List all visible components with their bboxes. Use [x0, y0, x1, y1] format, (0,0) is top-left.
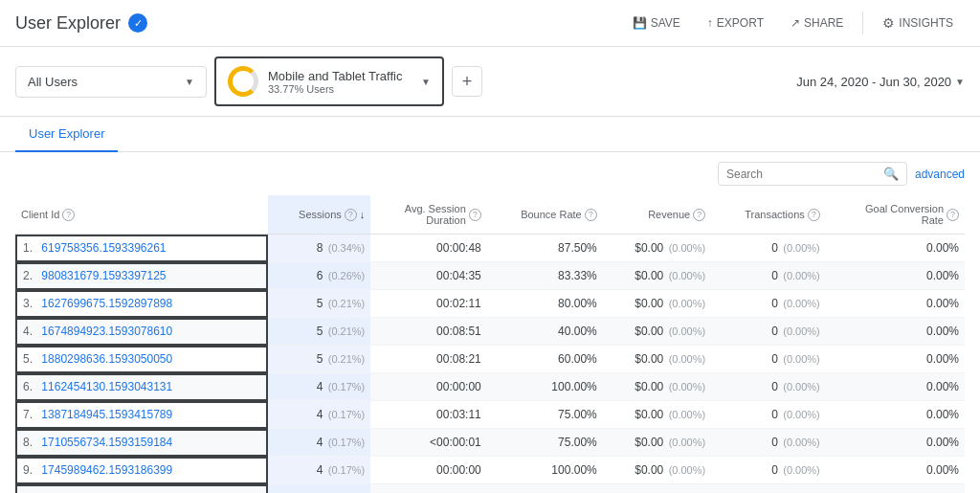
cell-goal-conversion: 0.00% — [826, 346, 965, 373]
trans-pct: (0.00%) — [783, 437, 820, 448]
cell-avg-session: 00:00:00 — [370, 484, 487, 494]
save-button[interactable]: 💾 SAVE — [621, 11, 692, 35]
sessions-pct: (0.17%) — [328, 437, 366, 448]
search-input[interactable] — [726, 168, 880, 181]
revenue-pct: (0.00%) — [669, 464, 706, 476]
col-label-goal-conversion: Goal ConversionRate — [865, 203, 944, 226]
trans-pct: (0.00%) — [783, 409, 820, 420]
trans-pct: (0.00%) — [783, 325, 820, 337]
date-range-picker[interactable]: Jun 24, 2020 - Jun 30, 2020 ▼ — [796, 75, 965, 89]
col-header-client-id: Client Id ? — [15, 195, 268, 235]
export-icon: ↑ — [707, 16, 713, 30]
trans-pct: (0.00%) — [783, 242, 820, 254]
cell-transactions: 0 (0.00%) — [711, 346, 826, 373]
segment-subtitle: 33.77% Users — [268, 83, 402, 95]
client-id-link[interactable]: 619758356.1593396261 — [41, 241, 166, 255]
client-id-link[interactable]: 1880298636.1593050050 — [41, 352, 172, 366]
cell-revenue: $0.00 (0.00%) — [603, 235, 711, 262]
client-id-link[interactable]: 1627699675.1592897898 — [41, 297, 172, 310]
client-id-link[interactable]: 980831679.1593397125 — [41, 269, 166, 282]
help-icon-avg-session[interactable]: ? — [469, 209, 481, 221]
col-header-transactions: Transactions ? — [711, 195, 826, 235]
cell-transactions: 0 (0.00%) — [711, 262, 826, 290]
advanced-link[interactable]: advanced — [915, 168, 965, 181]
add-segment-button[interactable]: + — [452, 66, 482, 97]
data-table: Client Id ? Sessions ? ↓ Avg. SessionDur… — [15, 195, 965, 493]
cell-goal-conversion: 0.00% — [826, 401, 965, 429]
row-number: 1. — [23, 241, 33, 255]
help-icon-sessions[interactable]: ? — [345, 209, 357, 221]
table-body: 1. 619758356.1593396261 8 (0.34%) 00:00:… — [15, 235, 965, 494]
client-id-link[interactable]: 1387184945.1593415789 — [41, 408, 172, 421]
cell-client-id: 5. 1880298636.1593050050 — [15, 346, 268, 373]
revenue-pct: (0.00%) — [669, 353, 706, 365]
trans-pct: (0.00%) — [783, 270, 820, 281]
row-number: 5. — [23, 352, 33, 366]
trans-pct: (0.00%) — [783, 353, 820, 365]
sessions-pct: (0.21%) — [328, 298, 366, 309]
share-button[interactable]: ↗ SHARE — [779, 11, 855, 35]
tab-user-explorer[interactable]: User Explorer — [15, 117, 118, 152]
row-number: 9. — [23, 463, 33, 477]
help-icon-transactions[interactable]: ? — [808, 209, 820, 221]
col-header-bounce-rate: Bounce Rate ? — [487, 195, 603, 235]
col-label-sessions: Sessions — [299, 209, 342, 220]
table-row: 2. 980831679.1593397125 6 (0.26%) 00:04:… — [15, 262, 965, 290]
cell-client-id: 4. 1674894923.1593078610 — [15, 318, 268, 346]
client-id-link[interactable]: 1162454130.1593043131 — [41, 380, 172, 393]
client-id-link[interactable]: 1745989462.1593186399 — [41, 463, 172, 477]
cell-transactions: 0 (0.00%) — [711, 373, 826, 401]
help-icon-revenue[interactable]: ? — [693, 209, 705, 221]
cell-bounce-rate: 87.50% — [487, 235, 603, 262]
segment-bar: All Users ▼ Mobile and Tablet Traffic 33… — [0, 47, 980, 117]
cell-goal-conversion: 0.00% — [826, 318, 965, 346]
cell-sessions: 6 (0.26%) — [268, 262, 370, 290]
segment-inner: Mobile and Tablet Traffic 33.77% Users — [228, 66, 402, 97]
cell-avg-session: 00:00:48 — [370, 235, 487, 262]
client-id-link[interactable]: 1710556734.1593159184 — [41, 436, 172, 449]
all-users-chevron: ▼ — [185, 77, 194, 87]
revenue-pct: (0.00%) — [669, 298, 706, 309]
cell-goal-conversion: 0.00% — [826, 429, 965, 457]
revenue-pct: (0.00%) — [669, 270, 706, 281]
header-divider — [862, 11, 863, 34]
cell-avg-session: 00:02:11 — [370, 290, 487, 318]
insights-button[interactable]: ⚙ INSIGHTS — [871, 10, 965, 36]
client-id-link[interactable]: 1674894923.1593078610 — [41, 325, 172, 338]
cell-bounce-rate: 100.00% — [487, 457, 603, 484]
help-icon-bounce-rate[interactable]: ? — [585, 209, 597, 221]
help-icon-goal-conversion[interactable]: ? — [947, 209, 959, 221]
mobile-tablet-segment[interactable]: Mobile and Tablet Traffic 33.77% Users ▼ — [214, 56, 444, 106]
col-header-goal-conversion: Goal ConversionRate ? — [826, 195, 965, 235]
cell-sessions: 4 (0.17%) — [268, 457, 370, 484]
cell-transactions: 0 (0.00%) — [711, 484, 826, 494]
cell-revenue: $0.00 (0.00%) — [603, 401, 711, 429]
cell-avg-session: <00:00:01 — [370, 429, 487, 457]
col-header-revenue: Revenue ? — [603, 195, 711, 235]
table-row: 7. 1387184945.1593415789 4 (0.17%) 00:03… — [15, 401, 965, 429]
table-row: 4. 1674894923.1593078610 5 (0.21%) 00:08… — [15, 318, 965, 346]
row-number: 8. — [23, 436, 33, 449]
help-icon-client-id[interactable]: ? — [62, 209, 75, 221]
cell-sessions: 8 (0.34%) — [268, 235, 370, 262]
page-header: User Explorer ✓ 💾 SAVE ↑ EXPORT ↗ SHARE … — [0, 0, 980, 47]
row-number: 6. — [23, 380, 33, 393]
segment-title: Mobile and Tablet Traffic — [268, 69, 402, 83]
search-icon: 🔍 — [883, 167, 899, 181]
cell-sessions: 4 (0.17%) — [268, 429, 370, 457]
cell-client-id: 6. 1162454130.1593043131 — [15, 373, 268, 401]
header-actions: 💾 SAVE ↑ EXPORT ↗ SHARE ⚙ INSIGHTS — [621, 10, 965, 36]
all-users-segment[interactable]: All Users ▼ — [15, 66, 207, 98]
row-number: 2. — [23, 269, 33, 282]
cell-avg-session: 00:08:51 — [370, 318, 487, 346]
sort-icon-sessions[interactable]: ↓ — [360, 209, 366, 220]
sessions-pct: (0.17%) — [328, 409, 366, 420]
insights-icon: ⚙ — [882, 15, 895, 31]
cell-goal-conversion: 0.00% — [826, 373, 965, 401]
sessions-pct: (0.34%) — [328, 242, 366, 254]
row-number: 4. — [23, 325, 33, 338]
export-button[interactable]: ↑ EXPORT — [696, 11, 775, 35]
save-icon: 💾 — [633, 16, 647, 30]
table-row: 8. 1710556734.1593159184 4 (0.17%) <00:0… — [15, 429, 965, 457]
cell-transactions: 0 (0.00%) — [711, 429, 826, 457]
